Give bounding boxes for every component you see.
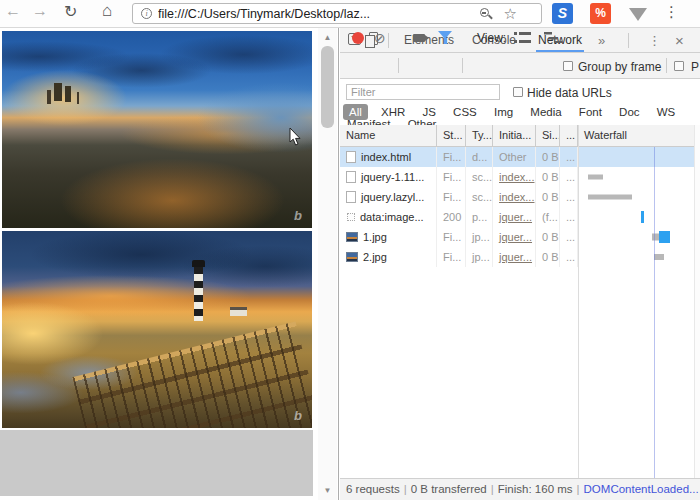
url-text[interactable]: file:///C:/Users/Tinymark/Desktop/laz... [158, 7, 488, 21]
image-thumbnail-icon [346, 252, 358, 262]
image-thumbnail-icon [346, 232, 358, 242]
list-view-icon[interactable] [514, 32, 531, 43]
preserve-log-checkbox[interactable] [674, 61, 684, 71]
waterfall-cell [578, 247, 694, 267]
table-scrollbar[interactable] [694, 125, 700, 478]
document-icon [346, 191, 356, 203]
back-icon[interactable]: ← [5, 2, 21, 20]
col-time[interactable]: ... [560, 125, 578, 146]
cottage-silhouette [230, 307, 247, 316]
initiator-link[interactable]: jquer... [493, 227, 536, 247]
initiator-link[interactable]: index... [493, 187, 536, 207]
zoom-icon[interactable] [480, 8, 489, 17]
filter-media[interactable]: Media [526, 104, 565, 120]
col-initiator[interactable]: Initia... [493, 125, 536, 146]
preserve-log-label: P [691, 60, 699, 74]
filter-font[interactable]: Font [575, 104, 606, 120]
filter-css[interactable]: CSS [449, 104, 481, 120]
bookmark-star-icon[interactable]: ☆ [504, 5, 517, 23]
col-type[interactable]: Ty... [466, 125, 493, 146]
domcontentloaded-time: DOMContentLoaded... [584, 483, 699, 495]
request-row-lazyload[interactable]: jquery.lazyl... Fi... sc... index... 0 B… [340, 187, 694, 207]
filter-input[interactable] [346, 84, 500, 100]
col-size[interactable]: Si... [536, 125, 560, 146]
col-waterfall[interactable]: Waterfall [578, 125, 694, 146]
document-icon [346, 151, 356, 163]
more-tabs-icon[interactable]: » [598, 28, 605, 53]
domcontentloaded-marker-line [654, 147, 655, 478]
data-uri-icon [347, 213, 355, 221]
group-by-frame-checkbox[interactable] [563, 61, 573, 71]
initiator-link[interactable]: jquer... [493, 207, 536, 227]
waterfall-cell [578, 147, 694, 167]
finish-time: Finish: 160 ms [498, 483, 573, 495]
watermark: b [294, 408, 302, 423]
col-name[interactable]: Name [340, 125, 437, 146]
waterfall-bar-blue [641, 211, 644, 223]
document-icon [346, 171, 356, 183]
scroll-up-icon[interactable]: ▲ [318, 33, 337, 42]
browser-menu-icon[interactable]: ⋮ [664, 3, 679, 21]
reload-icon[interactable]: ↻ [64, 2, 77, 21]
waterfall-cell [578, 227, 694, 247]
waterfall-cell [578, 167, 694, 187]
cathedral-silhouette [54, 83, 62, 101]
filter-doc[interactable]: Doc [615, 104, 643, 120]
initiator-link[interactable]: index... [493, 167, 536, 187]
transferred-size: 0 B transferred [411, 483, 487, 495]
request-row-1jpg[interactable]: 1.jpg Fi... jp... jquer... 0 B ... [340, 227, 694, 247]
extension-orange-icon[interactable]: % [590, 3, 611, 24]
waterfall-view-icon[interactable] [544, 32, 562, 43]
waterfall-bar-gray [588, 175, 603, 180]
network-summary-bar: 6 requests|0 B transferred|Finish: 160 m… [340, 478, 700, 500]
filter-funnel-icon[interactable] [438, 31, 452, 39]
col-status[interactable]: St... [437, 125, 466, 146]
lighthouse-silhouette [194, 267, 203, 321]
record-button[interactable] [352, 32, 364, 44]
waterfall-divider [578, 125, 579, 478]
browser-toolbar: ← → ↻ ⌂ i file:///C:/Users/Tinymark/Desk… [0, 0, 700, 28]
waterfall-bar-blue [659, 231, 670, 243]
hide-data-urls-label: Hide data URLs [527, 86, 612, 100]
forward-icon[interactable]: → [32, 2, 48, 20]
clear-icon[interactable]: ⊘ [374, 31, 386, 45]
initiator-link[interactable]: jquer... [493, 247, 536, 267]
view-label: View: [477, 31, 506, 45]
devtools-close-icon[interactable]: × [675, 28, 684, 53]
extension-blue-icon[interactable]: S [552, 3, 573, 24]
mouse-cursor [289, 128, 302, 147]
lazyload-placeholder [0, 430, 313, 496]
group-by-frame-label: Group by frame [578, 60, 661, 74]
page-content: b b ▲ ▼ [0, 28, 339, 500]
hide-data-urls-checkbox[interactable] [513, 87, 523, 97]
requests-count: 6 requests [346, 483, 400, 495]
waterfall-cell [578, 187, 694, 207]
scroll-down-icon[interactable]: ▼ [318, 486, 337, 495]
network-table-header: Name St... Ty... Initia... Si... ... Wat… [340, 125, 694, 147]
lighthouse-photo: b [2, 231, 312, 428]
filter-ws[interactable]: WS [653, 104, 680, 120]
waterfall-cell [578, 207, 694, 227]
home-icon[interactable]: ⌂ [102, 1, 112, 21]
waterfall-bar-gray [654, 254, 664, 260]
boardwalk-fence [72, 322, 312, 428]
extension-triangle-icon[interactable] [629, 8, 647, 21]
page-info-icon[interactable]: i [141, 8, 152, 19]
city-dusk-photo: b [2, 31, 312, 228]
filter-img[interactable]: Img [490, 104, 517, 120]
request-row-dataimage[interactable]: data:image... 200 p... jquer... (f... ..… [340, 207, 694, 227]
devtools-menu-icon[interactable]: ⋮ [648, 28, 661, 53]
screencast-icon[interactable] [413, 34, 425, 42]
address-bar[interactable]: i file:///C:/Users/Tinymark/Desktop/laz.… [132, 3, 542, 24]
waterfall-bar-gray [588, 195, 632, 200]
request-row-index-html[interactable]: index.html Fi... d... Other 0 B ... [340, 147, 694, 167]
watermark: b [294, 208, 302, 223]
request-row-jquery[interactable]: jquery-1.11... Fi... sc... index... 0 B … [340, 167, 694, 187]
page-scrollbar[interactable]: ▲ ▼ [318, 28, 337, 500]
scrollbar-thumb[interactable] [321, 46, 334, 128]
request-row-2jpg[interactable]: 2.jpg Fi... jp... jquer... 0 B ... [340, 247, 694, 267]
